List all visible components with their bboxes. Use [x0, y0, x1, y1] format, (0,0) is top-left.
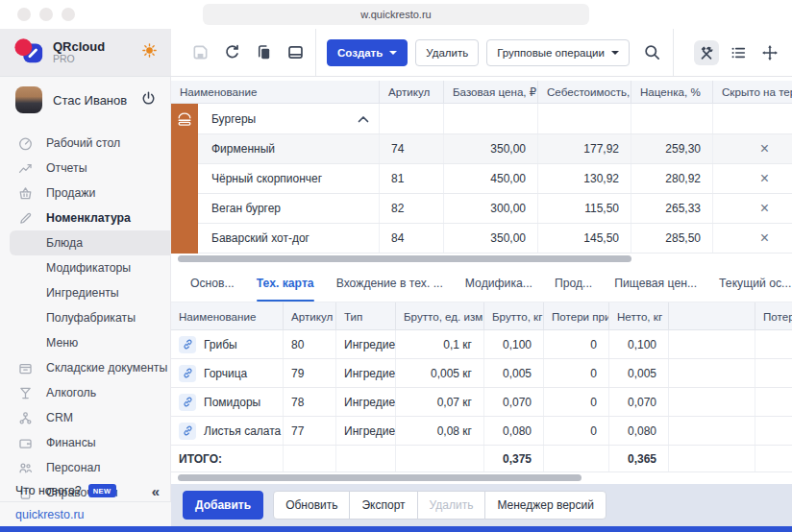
chevron-up-icon[interactable] — [358, 112, 369, 126]
column-header: Наименование — [171, 81, 380, 103]
user-name: Стас Иванов — [53, 93, 127, 108]
address-bar[interactable]: w.quickresto.ru — [203, 4, 589, 25]
gross-kg: 0,100 — [484, 330, 544, 358]
ingredient-sku: 78 — [284, 388, 336, 416]
delete-row-button[interactable]: Удалить — [417, 491, 486, 520]
sidebar: Стас Иванов Рабочий стол — [0, 77, 171, 526]
group-ops-label: Групповые операции — [497, 47, 605, 59]
copy-icon[interactable] — [254, 43, 273, 62]
sidebar-item-ingredients[interactable]: Ингредиенты — [0, 280, 170, 305]
hidden-on-terminal-icon[interactable]: × — [760, 201, 769, 216]
column-header — [669, 302, 755, 329]
dish-name: Фирменный — [211, 142, 275, 156]
sidebar-item-sales[interactable]: Продажи — [0, 181, 170, 206]
tools-icon[interactable] — [694, 40, 719, 65]
refresh-button[interactable]: Обновить — [273, 491, 350, 520]
scrollbar-thumb[interactable] — [178, 255, 631, 262]
sidebar-item-alcohol[interactable]: Алкоголь — [0, 380, 170, 405]
ingredient-row[interactable]: Грибы 80 Ингредиент 0,1 кг 0,100 0 0,100 — [171, 330, 792, 359]
ingredient-row[interactable]: Помидоры 78 Ингредиент 0,07 кг 0,070 0 0… — [171, 388, 792, 417]
tab-main[interactable]: Основ... — [190, 265, 235, 302]
export-button[interactable]: Экспорт — [349, 491, 417, 520]
total-net-kg: 0,365 — [609, 446, 669, 472]
footer-actions: Добавить Обновить Экспорт Удалить Менедж… — [171, 484, 792, 526]
tab-sales[interactable]: Прод... — [555, 265, 592, 302]
sidebar-item-dishes[interactable]: Блюда — [10, 230, 170, 255]
logout-power-icon[interactable] — [140, 90, 157, 110]
sidebar-item-staff[interactable]: Персонал — [0, 455, 170, 480]
dish-row[interactable]: Веган бургер 82 300,00 115,50 265,33 × — [198, 194, 792, 224]
dish-row[interactable]: Фирменный 74 350,00 177,92 259,30 × — [198, 134, 792, 164]
theme-sun-icon[interactable] — [141, 42, 158, 62]
delete-button[interactable]: Удалить — [415, 39, 479, 66]
dish-sku: 81 — [380, 164, 444, 193]
sidebar-item-reports[interactable]: Отчеты — [0, 156, 170, 181]
chevron-down-icon — [611, 51, 619, 55]
quickresto-link[interactable]: quickresto.ru — [15, 508, 85, 521]
box-icon — [17, 360, 34, 376]
sidebar-item-label: Номенклатура — [46, 211, 131, 225]
dish-price: 450,00 — [444, 164, 538, 193]
collapse-sidebar-icon[interactable]: « — [152, 484, 160, 498]
sidebar-item-finance[interactable]: Финансы — [0, 430, 170, 455]
link-icon[interactable] — [179, 394, 196, 411]
sidebar-item-menu[interactable]: Меню — [0, 330, 170, 355]
sidebar-item-warehouse-docs[interactable]: Складские документы — [0, 355, 170, 380]
dish-markup: 265,33 — [631, 194, 713, 223]
avatar[interactable] — [15, 86, 42, 113]
tab-modifiers[interactable]: Модифика... — [465, 265, 532, 302]
link-icon[interactable] — [179, 336, 196, 353]
sidebar-item-crm[interactable]: CRM — [0, 405, 170, 430]
separator — [673, 29, 674, 76]
hidden-on-terminal-icon[interactable]: × — [760, 230, 769, 246]
category-row[interactable]: Бургеры — [198, 104, 792, 134]
tech-card-table-header: Наименование Артикул Тип Брутто, ед. изм… — [171, 302, 792, 330]
save-icon[interactable] — [190, 43, 210, 62]
app-header: QRcloud PRO — [0, 29, 792, 77]
dish-cost: 145,50 — [538, 224, 631, 253]
whats-new-row[interactable]: Что нового? NEW « — [0, 480, 171, 501]
ingredient-type: Ингредиент — [336, 359, 396, 387]
gauge-icon — [17, 135, 34, 152]
sidebar-item-modifiers[interactable]: Модификаторы — [0, 255, 170, 280]
gross-unit: 0,005 кг — [396, 359, 484, 387]
tab-current-stock[interactable]: Текущий ос... — [719, 265, 791, 302]
add-button[interactable]: Добавить — [183, 491, 263, 520]
dish-row[interactable]: Чёрный скорпиончег 81 450,00 130,92 280,… — [198, 164, 792, 194]
dish-cost: 177,92 — [538, 134, 631, 163]
loss: 0 — [544, 417, 609, 445]
ingredient-sku: 77 — [284, 417, 336, 445]
hidden-on-terminal-icon[interactable]: × — [760, 171, 769, 186]
dish-row[interactable]: Баварский хот-дог 84 350,00 145,50 285,5… — [198, 224, 792, 254]
search-icon[interactable] — [643, 43, 662, 62]
terminal-icon[interactable] — [285, 43, 305, 62]
sidebar-item-label: Финансы — [46, 436, 96, 449]
tab-nutrition[interactable]: Пищевая цен... — [614, 265, 697, 302]
ingredient-row[interactable]: Горчица 79 Ингредиент 0,005 кг 0,005 0 0… — [171, 359, 792, 388]
sidebar-item-nomenclature[interactable]: Номенклатура — [0, 206, 170, 230]
sidebar-item-label: Персонал — [46, 461, 100, 474]
tab-tech-card[interactable]: Тех. карта — [257, 265, 314, 302]
gross-kg: 0,070 — [484, 388, 544, 416]
version-manager-button[interactable]: Менеджер версий — [484, 491, 606, 520]
dishes-table-header: Наименование Артикул Базовая цена, ₽ Себ… — [171, 81, 792, 104]
column-header: Потери при... — [544, 302, 609, 329]
gross-unit: 0,08 кг — [396, 417, 484, 445]
window-controls[interactable] — [17, 8, 75, 21]
hidden-on-terminal-icon[interactable]: × — [760, 141, 769, 157]
move-icon[interactable] — [757, 40, 782, 65]
group-operations-button[interactable]: Групповые операции — [486, 39, 630, 66]
gross-unit: 0,07 кг — [396, 388, 484, 416]
list-view-icon[interactable] — [726, 40, 751, 65]
sidebar-item-semifinished[interactable]: Полуфабрикаты — [0, 305, 170, 330]
link-icon[interactable] — [179, 423, 196, 440]
scrollbar-thumb[interactable] — [178, 474, 582, 481]
ingredient-row[interactable]: Листья салата 77 Ингредиент 0,08 кг 0,08… — [171, 417, 792, 446]
separator — [315, 29, 316, 76]
refresh-icon[interactable] — [222, 43, 241, 62]
create-button[interactable]: Создать — [327, 39, 408, 66]
link-icon[interactable] — [179, 365, 196, 382]
sidebar-item-dashboard[interactable]: Рабочий стол — [0, 131, 170, 156]
net-kg: 0,070 — [609, 388, 669, 416]
tab-tech-inclusion[interactable]: Вхождение в тех. ... — [336, 265, 443, 302]
